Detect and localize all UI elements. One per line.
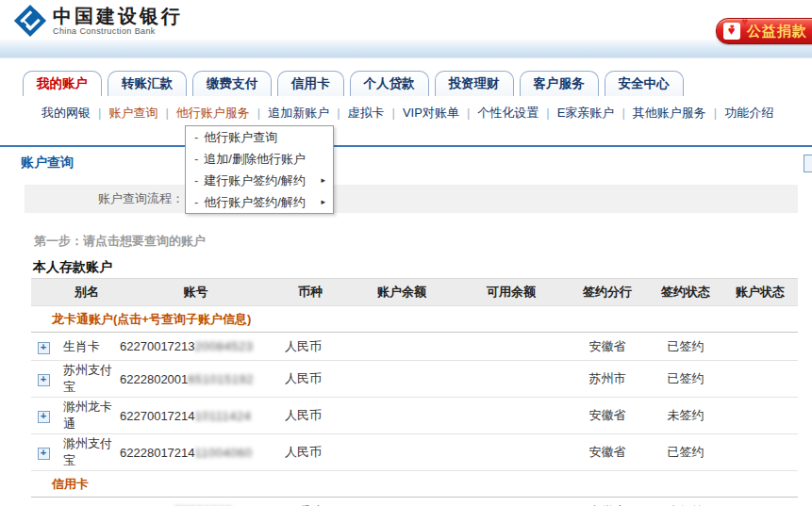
expand-cell: +: [31, 361, 56, 398]
dash-bullet-icon: -: [194, 148, 198, 170]
tab-bill-payment[interactable]: 缴费支付: [192, 71, 272, 96]
expand-cell: [31, 498, 56, 506]
subnav-item-e-family-account[interactable]: E家亲账户: [557, 106, 615, 120]
separator: |: [392, 106, 395, 120]
expand-cell: +: [31, 398, 56, 434]
dropdown-item-other-bank-account-inquiry[interactable]: -他行账户查询: [186, 126, 333, 148]
subnav-item-feature-intro[interactable]: 功能介绍: [724, 106, 773, 120]
header-cell: 账户余额: [347, 279, 456, 306]
subnav-item-other-bank-account-service[interactable]: 他行账户服务: [176, 106, 250, 120]
subnav-item-my-ebank[interactable]: 我的网银: [41, 106, 91, 120]
donate-label: 公益捐款: [747, 23, 807, 39]
currency-cell: 人民币: [273, 333, 347, 361]
dropdown-item-other-bank-account-sign[interactable]: -他行账户签约/解约▸: [186, 191, 333, 213]
available-cell: [456, 498, 566, 506]
dropdown-item-label: 他行账户查询: [204, 126, 277, 148]
expand-icon[interactable]: +: [38, 411, 50, 423]
subnav-item-other-account-service[interactable]: 其他账户服务: [633, 106, 706, 120]
sign-status-cell: 未签约: [649, 398, 722, 434]
logo-text: 中国建设银行 China Construction Bank: [53, 6, 183, 36]
dropdown-item-label: 他行账户签约/解约: [204, 191, 306, 213]
account-prefix: 62270017214: [120, 409, 195, 423]
alias-cell: 滁州龙卡通: [56, 398, 118, 434]
dropdown-item-label: 建行账户签约/解约: [204, 170, 306, 191]
tab-investment[interactable]: 投资理财: [435, 71, 514, 96]
table-body: 龙卡通账户(点击+号查询子账户信息)+生肖卡622700172132008452…: [31, 306, 798, 506]
flow-bar: 账户查询流程： ▶ 点击查询的账户: [25, 185, 798, 213]
account-prefix: 62228017214: [120, 446, 195, 460]
dash-bullet-icon: -: [194, 126, 198, 148]
account-masked: 651015192: [188, 372, 254, 386]
alias-cell: 苏州支付宝: [56, 361, 118, 398]
currency-cell: 人民币: [273, 398, 347, 434]
branch-cell: 安徽省: [566, 434, 649, 471]
expand-icon[interactable]: +: [38, 374, 50, 386]
expand-icon[interactable]: +: [38, 342, 50, 354]
balance-cell: [347, 361, 456, 398]
dash-bullet-icon: -: [194, 191, 198, 213]
corner-page-icon[interactable]: [804, 155, 812, 172]
dash-bullet-icon: -: [194, 170, 198, 191]
ccb-logo-icon: [13, 4, 47, 38]
mini-heart-icon: [730, 15, 736, 40]
main-tabs: 我的账户转账汇款缴费支付信用卡个人贷款投资理财客户服务安全中心: [23, 71, 684, 96]
tab-security-center[interactable]: 安全中心: [605, 71, 684, 96]
account-cell: 6222802001651015192: [118, 361, 273, 398]
group-row: 龙卡通账户(点击+号查询子账户信息): [31, 306, 798, 333]
sign-status-cell: 已签约: [649, 434, 722, 471]
subnav-item-virtual-card[interactable]: 虚拟卡: [348, 106, 385, 120]
alias-cell: 生肖卡: [56, 333, 118, 361]
account-row[interactable]: +滁州龙卡通6227001721410111424人民币安徽省未签约: [31, 398, 798, 434]
expand-icon[interactable]: +: [38, 448, 50, 460]
separator: |: [165, 106, 168, 120]
account-cell: 6222801721411004060: [118, 434, 273, 471]
donate-button[interactable]: 公益捐款: [716, 18, 812, 44]
dropdown-item-ccb-account-sign[interactable]: -建行账户签约/解约▸: [186, 170, 333, 191]
alias-cell: 滁州支付宝: [56, 434, 118, 471]
subnav-item-personal-settings[interactable]: 个性化设置: [477, 106, 539, 120]
header-strip: [0, 40, 812, 58]
group-row: 信用卡: [31, 471, 798, 498]
table-head: 别名账号币种账户余额可用余额签约分行签约状态账户状态: [31, 279, 798, 306]
alias-cell: 黑姚明: [56, 498, 118, 506]
account-row[interactable]: +苏州支付宝6222802001651015192人民币苏州市已签约: [31, 361, 798, 398]
account-status-cell: [722, 361, 798, 398]
balance-cell: [347, 434, 456, 471]
currency-cell: 人民币: [273, 361, 347, 398]
header-cell: 账户状态: [722, 279, 798, 306]
tab-credit-card[interactable]: 信用卡: [277, 71, 344, 96]
separator: |: [714, 106, 717, 120]
header-cell: 币种: [273, 279, 347, 306]
available-cell: [456, 434, 566, 471]
account-row[interactable]: +滁州支付宝6222801721411004060人民币安徽省已签约: [31, 434, 798, 471]
dropdown-item-add-remove-other-bank-account[interactable]: -追加/删除他行账户: [186, 148, 333, 170]
separator: |: [467, 106, 470, 120]
sign-status-cell: 已签约: [649, 333, 722, 361]
flow-label: 账户查询流程：: [98, 190, 184, 207]
account-cell: 6227001721410111424: [118, 398, 273, 434]
branch-cell: 安徽省: [566, 398, 649, 434]
group-label: 信用卡: [31, 471, 798, 498]
available-cell: [456, 333, 566, 361]
account-row[interactable]: 黑姚明4367452079596208多币种安徽省未签约: [31, 498, 798, 506]
subnav-item-add-new-account[interactable]: 追加新账户: [268, 106, 329, 120]
logo-name-cn: 中国建设银行: [53, 6, 183, 26]
account-masked: 11004060: [195, 446, 253, 460]
account-cell: 4367452079596208: [118, 498, 273, 506]
account-prefix: 62270017213: [120, 339, 195, 353]
expand-cell: +: [31, 333, 56, 361]
subnav-item-vip-statement[interactable]: VIP对账单: [403, 106, 459, 120]
tab-transfer-remit[interactable]: 转账汇款: [108, 71, 187, 96]
separator: |: [546, 106, 549, 120]
mini-heart-icon: [741, 9, 749, 34]
header-cell: [31, 279, 56, 306]
available-cell: [456, 361, 566, 398]
dropdown-item-label: 追加/删除他行账户: [204, 148, 306, 170]
tab-my-account[interactable]: 我的账户: [23, 71, 102, 96]
subnav-item-account-inquiry[interactable]: 账户查询: [108, 106, 157, 120]
account-row[interactable]: +生肖卡6227001721320084523人民币安徽省已签约: [31, 333, 798, 361]
account-cell: 6227001721320084523: [118, 333, 273, 361]
tab-customer-service[interactable]: 客户服务: [520, 71, 599, 96]
tab-personal-loan[interactable]: 个人贷款: [350, 71, 429, 96]
account-status-cell: [722, 434, 798, 471]
